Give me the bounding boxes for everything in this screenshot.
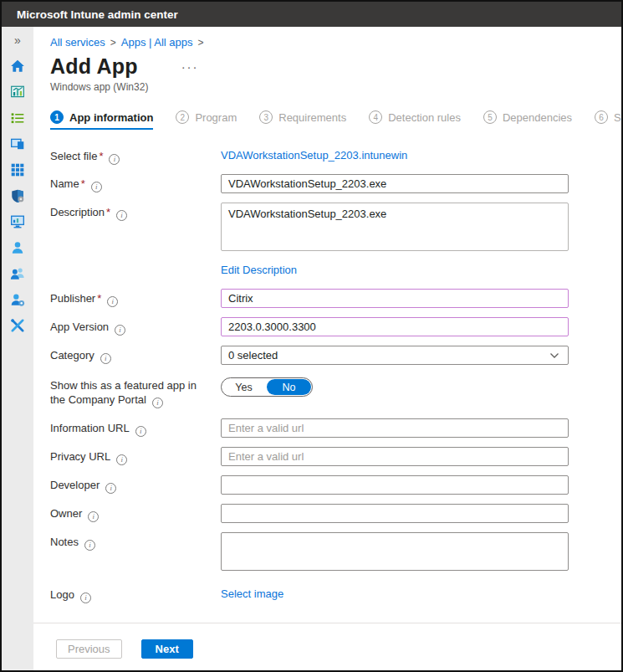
sidebar-item-users[interactable]: [10, 239, 26, 255]
name-row: Name*i: [50, 174, 621, 193]
previous-button[interactable]: Previous: [56, 639, 122, 659]
info-icon[interactable]: i: [116, 210, 127, 221]
info-icon[interactable]: i: [80, 592, 91, 603]
select-image-link[interactable]: Select image: [221, 585, 283, 600]
owner-input[interactable]: [221, 504, 569, 523]
tab-detection-rules[interactable]: 4 Detection rules: [369, 110, 461, 130]
notes-row: Notesi: [50, 532, 621, 574]
publisher-input[interactable]: [221, 289, 569, 308]
info-icon[interactable]: i: [135, 426, 146, 437]
featured-toggle-yes[interactable]: Yes: [222, 378, 266, 396]
category-dropdown[interactable]: 0 selected: [221, 346, 569, 365]
chevron-down-icon: [549, 351, 559, 361]
info-icon[interactable]: i: [115, 325, 125, 336]
breadcrumb-apps-all-apps[interactable]: Apps | All apps: [121, 36, 193, 49]
required-marker: *: [97, 292, 101, 305]
sidebar: »: [2, 27, 33, 670]
sidebar-item-all-services[interactable]: [10, 110, 26, 126]
app-version-input[interactable]: [221, 317, 569, 336]
info-icon[interactable]: i: [116, 454, 127, 465]
sidebar-item-tenant-administration[interactable]: [10, 291, 26, 307]
intune-admin-window: Microsoft Intune admin center »: [0, 0, 623, 672]
app-title: Microsoft Intune admin center: [17, 8, 178, 21]
information-url-input[interactable]: [221, 418, 569, 438]
selected-file-link[interactable]: VDAWorkstationSetup_2203.intunewin: [221, 146, 407, 162]
wizard-footer: Previous Next: [33, 623, 621, 670]
sidebar-expand-icon[interactable]: »: [14, 33, 21, 48]
featured-app-row: Show this as a featured app in the Compa…: [50, 376, 621, 408]
edit-description-link[interactable]: Edit Description: [221, 261, 297, 276]
info-icon[interactable]: i: [107, 296, 118, 307]
featured-toggle-no[interactable]: No: [267, 379, 311, 395]
breadcrumb: All services > Apps | All apps >: [50, 36, 621, 49]
tab-supersedence[interactable]: 6 Supersedence: [595, 110, 621, 130]
next-button[interactable]: Next: [141, 639, 193, 659]
privacy-url-row: Privacy URLi: [50, 447, 621, 466]
tab-dependencies[interactable]: 5 Dependencies: [483, 110, 572, 130]
info-icon[interactable]: i: [105, 483, 116, 494]
home-icon: [10, 59, 25, 74]
required-marker: *: [106, 206, 110, 218]
info-icon[interactable]: i: [91, 182, 102, 192]
more-menu-icon[interactable]: ···: [181, 59, 199, 74]
tab-app-information[interactable]: 1 App information: [50, 110, 153, 130]
info-icon[interactable]: i: [109, 154, 120, 165]
sidebar-item-home[interactable]: [10, 58, 26, 74]
wizard-tabs: 1 App information 2 Program 3 Requiremen…: [50, 110, 621, 130]
info-icon[interactable]: i: [84, 540, 95, 551]
page-title: Add App: [50, 54, 138, 79]
featured-app-label: Show this as a featured app in the Compa…: [50, 376, 221, 408]
developer-label: Developeri: [50, 475, 221, 495]
information-url-row: Information URLi: [50, 418, 621, 438]
user-gear-icon: [10, 292, 25, 307]
select-file-row: Select file*i VDAWorkstationSetup_2203.i…: [50, 146, 621, 165]
required-marker: *: [99, 150, 103, 162]
sidebar-item-groups[interactable]: [10, 265, 26, 281]
select-file-label: Select file*i: [50, 146, 221, 165]
sidebar-item-apps[interactable]: [10, 162, 26, 177]
apps-grid-icon: [10, 162, 25, 177]
dashboard-icon: [10, 85, 25, 100]
name-input[interactable]: [221, 174, 569, 193]
info-icon[interactable]: i: [100, 353, 111, 364]
developer-row: Developeri: [50, 475, 621, 495]
tab-step-number: 6: [595, 110, 608, 124]
info-icon[interactable]: i: [88, 511, 99, 522]
sidebar-item-dashboard[interactable]: [10, 84, 26, 100]
category-row: Categoryi 0 selected: [50, 346, 621, 365]
publisher-label: Publisher*i: [50, 289, 221, 308]
developer-input[interactable]: [221, 475, 569, 495]
edit-description-row: Edit Description: [50, 261, 621, 277]
tab-step-number: 1: [50, 110, 64, 124]
privacy-url-label: Privacy URLi: [50, 447, 221, 466]
notes-textarea[interactable]: [221, 532, 569, 571]
tab-program[interactable]: 2 Program: [176, 110, 237, 130]
sidebar-item-reports[interactable]: [10, 213, 26, 229]
tab-step-number: 5: [483, 110, 497, 124]
information-url-label: Information URLi: [50, 418, 221, 438]
sidebar-item-troubleshooting[interactable]: [10, 317, 26, 333]
top-bar: Microsoft Intune admin center: [2, 2, 621, 27]
info-icon[interactable]: i: [152, 398, 163, 408]
breadcrumb-separator: >: [110, 37, 116, 49]
page-subtitle: Windows app (Win32): [50, 81, 621, 93]
description-label: Description*i: [50, 203, 221, 254]
sidebar-item-devices[interactable]: [10, 136, 26, 151]
featured-toggle[interactable]: Yes No: [221, 377, 313, 397]
app-information-form: Select file*i VDAWorkstationSetup_2203.i…: [50, 146, 621, 603]
notes-label: Notesi: [50, 532, 221, 574]
breadcrumb-separator: >: [198, 37, 204, 49]
description-row: Description*i VDAWorkstationSetup_2203.e…: [50, 203, 621, 254]
description-textarea[interactable]: VDAWorkstationSetup_2203.exe: [221, 203, 569, 251]
tab-requirements[interactable]: 3 Requirements: [259, 110, 346, 130]
privacy-url-input[interactable]: [221, 447, 569, 466]
user-icon: [10, 240, 25, 255]
users-group-icon: [10, 266, 25, 281]
logo-row: Logoi Select image: [50, 585, 621, 603]
wrench-cross-icon: [10, 318, 25, 333]
tab-step-number: 2: [176, 110, 189, 124]
app-version-row: App Versioni: [50, 317, 621, 336]
breadcrumb-all-services[interactable]: All services: [50, 36, 105, 49]
tab-step-number: 4: [369, 110, 382, 124]
sidebar-item-endpoint-security[interactable]: [10, 187, 26, 203]
